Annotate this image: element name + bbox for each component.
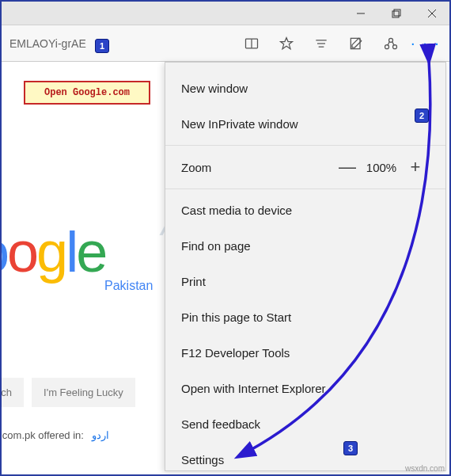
google-search-button[interactable]: rch — [0, 378, 24, 407]
svg-line-16 — [392, 41, 395, 45]
annotation-badge-1: 1 — [95, 39, 109, 53]
menu-separator — [165, 188, 445, 189]
reading-view-icon[interactable] — [234, 26, 269, 61]
menu-print[interactable]: Print — [165, 264, 445, 299]
more-menu-panel: New window New InPrivate window Zoom — 1… — [165, 62, 446, 471]
svg-point-14 — [393, 44, 397, 48]
menu-cast-media[interactable]: Cast media to device — [165, 192, 445, 228]
hub-icon[interactable] — [304, 26, 339, 61]
zoom-in-button[interactable]: + — [401, 157, 430, 177]
google-lang-link[interactable]: اردو — [92, 429, 109, 441]
feeling-lucky-button[interactable]: I'm Feeling Lucky — [32, 378, 135, 407]
menu-send-feedback[interactable]: Send feedback — [165, 406, 445, 442]
restore-button[interactable] — [378, 2, 414, 25]
google-buttons-row: rch I'm Feeling Lucky — [0, 378, 135, 407]
minimize-button[interactable] — [343, 2, 378, 25]
svg-rect-1 — [392, 11, 399, 17]
address-bar-fragment[interactable]: EMLAOYi-grAE — [2, 37, 234, 50]
menu-devtools[interactable]: F12 Developer Tools — [165, 335, 445, 371]
menu-find-on-page[interactable]: Find on page — [165, 228, 445, 264]
image-credit: wsxdn.com — [405, 464, 445, 473]
svg-marker-7 — [281, 37, 293, 48]
window-titlebar — [2, 2, 449, 25]
annotation-badge-3: 3 — [343, 441, 358, 455]
menu-pin-to-start[interactable]: Pin this page to Start — [165, 299, 445, 335]
menu-separator — [165, 145, 445, 146]
favorite-star-icon[interactable] — [269, 26, 304, 61]
zoom-value: 100% — [362, 161, 401, 174]
more-menu-button[interactable]: · · · — [408, 26, 443, 61]
menu-settings[interactable]: Settings — [165, 442, 445, 476]
share-icon[interactable] — [373, 26, 408, 61]
close-button[interactable] — [414, 2, 449, 25]
annotation-callout-box: Open Google.com — [24, 81, 150, 105]
menu-zoom-row: Zoom — 100% + — [165, 149, 445, 185]
zoom-out-button[interactable]: — — [333, 157, 362, 177]
menu-new-inprivate[interactable]: New InPrivate window — [165, 106, 445, 142]
google-offered-in: e.com.pk offered in: اردو — [0, 429, 109, 441]
svg-rect-2 — [394, 10, 400, 16]
google-country-label: Pakistan — [104, 279, 153, 293]
zoom-label: Zoom — [181, 161, 333, 174]
google-logo: oogle — [0, 219, 105, 284]
webnote-icon[interactable] — [339, 26, 373, 61]
menu-open-ie[interactable]: Open with Internet Explorer — [165, 371, 445, 406]
menu-new-window[interactable]: New window — [165, 70, 445, 106]
svg-point-13 — [385, 44, 389, 48]
annotation-badge-2: 2 — [415, 109, 429, 123]
browser-toolbar: EMLAOYi-grAE · · · — [2, 25, 449, 62]
svg-line-15 — [388, 41, 390, 45]
